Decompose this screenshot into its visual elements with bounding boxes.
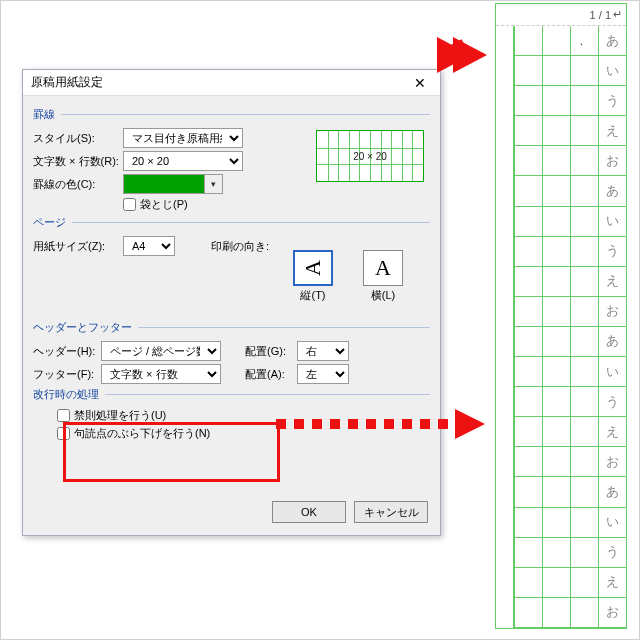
color-picker[interactable]: ▾ <box>123 174 223 194</box>
grid-preview: 20 × 20 <box>316 130 424 182</box>
cell-char: い <box>599 357 626 387</box>
letter-a-icon: A <box>375 255 391 281</box>
sheet-column-1: あいうえおあいうえおあいうえおあいうえお <box>598 26 626 628</box>
label-footer: フッター(F): <box>33 367 101 382</box>
orientation-horizontal-label: 横(L) <box>371 289 395 301</box>
label-header: ヘッダー(H): <box>33 344 101 359</box>
cell-char: う <box>599 86 626 116</box>
ok-button[interactable]: OK <box>272 501 346 523</box>
label-color: 罫線の色(C): <box>33 177 123 192</box>
arrow-dots <box>276 419 448 429</box>
forbid-label: 禁則処理を行う(U) <box>74 408 166 423</box>
sheet-column-2: 、 <box>570 26 598 628</box>
label-papersize: 用紙サイズ(Z): <box>33 239 123 254</box>
sheet-column-4 <box>514 26 542 628</box>
envelope-check-input[interactable] <box>123 198 136 211</box>
label-align-a: 配置(A): <box>245 367 297 382</box>
cell-char: い <box>599 508 626 538</box>
label-align-g: 配置(G): <box>245 344 297 359</box>
label-gridsize: 文字数 × 行数(R): <box>33 154 123 169</box>
close-button[interactable]: ✕ <box>400 70 440 96</box>
cell-char: う <box>599 387 626 417</box>
gridsize-select[interactable]: 20 × 20 <box>123 151 243 171</box>
forbid-checkbox[interactable]: 禁則処理を行う(U) <box>57 408 166 423</box>
group-linebreak: 改行時の処理 <box>33 387 105 402</box>
orientation-vertical[interactable]: A 縦(T) <box>285 250 341 303</box>
arrow-right-head <box>455 409 485 439</box>
cell-char: あ <box>599 327 626 357</box>
cell-char: あ <box>599 477 626 507</box>
page-indicator-text: 1 / 1 <box>590 9 611 21</box>
sheet-column-3 <box>542 26 570 628</box>
cell-char: え <box>599 417 626 447</box>
footer-select[interactable]: 文字数 × 行数 <box>101 364 221 384</box>
label-style: スタイル(S): <box>33 131 123 146</box>
paragraph-mark-icon: ↵ <box>613 8 622 21</box>
cell-char: え <box>599 568 626 598</box>
cell-char: う <box>599 237 626 267</box>
orientation-vertical-label: 縦(T) <box>300 289 325 301</box>
cell-char: お <box>599 598 626 628</box>
align-a-select[interactable]: 左 <box>297 364 349 384</box>
manuscript-preview-sheet: 1 / 1 ↵ 、 あいうえお <box>495 3 627 629</box>
cell-char: え <box>599 116 626 146</box>
papersize-select[interactable]: A4 <box>123 236 175 256</box>
cell-char: う <box>599 538 626 568</box>
dialog-title: 原稿用紙設定 <box>31 74 103 91</box>
chevron-down-icon: ▾ <box>204 175 222 193</box>
letter-a-icon: A <box>300 260 326 276</box>
header-select[interactable]: ページ / 総ページ数 <box>101 341 221 361</box>
cell-char: お <box>599 146 626 176</box>
cell-char: お <box>599 297 626 327</box>
grid-preview-text: 20 × 20 <box>317 131 423 181</box>
cell-char: お <box>599 447 626 477</box>
arrow-top-head <box>453 37 487 73</box>
style-select[interactable]: マス目付き原稿用紙 <box>123 128 243 148</box>
align-g-select[interactable]: 右 <box>297 341 349 361</box>
titlebar: 原稿用紙設定 ✕ <box>23 70 440 96</box>
cell-char: あ <box>599 176 626 206</box>
cancel-button[interactable]: キャンセル <box>354 501 428 523</box>
forbid-check-input[interactable] <box>57 409 70 422</box>
envelope-label: 袋とじ(P) <box>140 197 188 212</box>
genkou-settings-dialog: 原稿用紙設定 ✕ 罫線 スタイル(S): マス目付き原稿用紙 文字数 × 行数(… <box>22 69 441 536</box>
group-lines: 罫線 <box>33 107 61 122</box>
cell-char: い <box>599 207 626 237</box>
label-orientation: 印刷の向き: <box>211 239 269 254</box>
group-page: ページ <box>33 215 72 230</box>
page-indicator: 1 / 1 ↵ <box>496 4 626 26</box>
cell-char: い <box>599 56 626 86</box>
cell-char: あ <box>599 26 626 56</box>
envelope-checkbox[interactable]: 袋とじ(P) <box>123 197 188 212</box>
orientation-horizontal[interactable]: A 横(L) <box>355 250 411 303</box>
sheet-left-margin <box>496 26 514 628</box>
cell-char: え <box>599 267 626 297</box>
color-swatch <box>124 175 204 193</box>
highlight-box <box>63 422 280 482</box>
close-icon: ✕ <box>414 75 426 91</box>
cell-punct: 、 <box>571 26 598 56</box>
group-hf: ヘッダーとフッター <box>33 320 138 335</box>
